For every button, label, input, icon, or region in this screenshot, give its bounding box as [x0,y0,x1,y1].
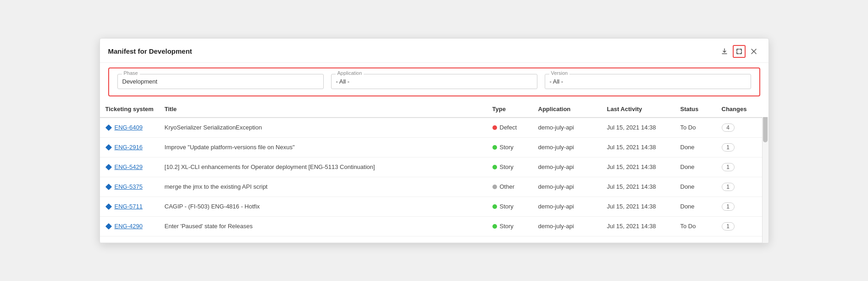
cell-status: Done [675,157,716,177]
cell-title: KryoSerializer SerializationException [159,118,487,138]
cell-status: Done [675,137,716,157]
type-label: Defect [500,124,517,131]
type-dot [492,145,497,150]
cell-changes: 1 [716,157,757,177]
phase-input[interactable] [117,74,324,89]
cell-application: demo-july-api [533,216,602,236]
cell-status: Done [675,177,716,197]
cell-changes: 1 [716,137,757,157]
scroll-thumb [763,115,768,142]
type-dot [492,204,497,209]
table-header: Ticketing system Title Type Application … [100,101,768,118]
cell-application: demo-july-api [533,197,602,216]
expand-icon [736,48,742,55]
cell-ticketing: ENG-4290 [100,216,159,236]
cell-title: merge the jmx to the existing API script [159,177,487,197]
scrollbar[interactable] [762,101,768,243]
cell-last-activity: Jul 15, 2021 14:38 [602,137,675,157]
cell-application: demo-july-api [533,118,602,138]
application-filter: Application [331,74,537,89]
changes-badge: 4 [722,124,735,132]
cell-status: To Do [675,118,716,138]
svg-rect-0 [105,124,112,131]
type-dot [492,165,497,169]
ticket-icon [105,144,112,151]
type-label: Story [500,144,514,151]
close-icon [751,48,757,55]
ticket-link[interactable]: ENG-5375 [105,183,154,190]
header-actions [718,45,760,58]
manifest-table: Ticketing system Title Type Application … [100,101,768,243]
ticket-link[interactable]: ENG-4290 [105,223,154,230]
phase-label: Phase [122,70,140,76]
version-label: Version [549,70,570,76]
download-icon [721,48,728,55]
cell-type: Other [487,177,533,197]
cell-status: Done [675,197,716,216]
table-row: ENG-4290 Enter 'Paused' state for Releas… [100,216,768,236]
cell-title: [10.2] XL-CLI enhancements for Operator … [159,157,487,177]
application-input[interactable] [331,74,537,89]
svg-rect-2 [105,164,112,170]
cell-last-activity: Jul 15, 2021 14:38 [602,197,675,216]
cell-application: demo-july-api [533,157,602,177]
ticket-icon [105,164,112,170]
manifest-modal: Manifest for Development Phase [100,38,769,243]
cell-status: To Do [675,216,716,236]
cell-changes: 1 [716,197,757,216]
type-label: Story [500,223,514,230]
type-dot [492,224,497,229]
ticket-link[interactable]: ENG-5429 [105,163,154,170]
table-row: ENG-6409 KryoSerializer SerializationExc… [100,118,768,138]
cell-title: CAGIP - (FI-503) ENG-4816 - Hotfix [159,197,487,216]
svg-rect-1 [105,144,112,151]
expand-button[interactable] [733,45,746,58]
ticket-link[interactable]: ENG-5711 [105,203,154,210]
table-container: Ticketing system Title Type Application … [100,101,768,243]
cell-type: Story [487,197,533,216]
scrollbar-col [757,101,768,118]
table-row: ENG-5429 [10.2] XL-CLI enhancements for … [100,157,768,177]
ticket-link[interactable]: ENG-2916 [105,144,154,151]
col-title: Title [159,101,487,118]
version-input[interactable] [545,74,751,89]
partial-row-cell [100,236,768,242]
cell-changes: 4 [716,118,757,138]
download-button[interactable] [718,45,731,58]
table-row: ENG-5711 CAGIP - (FI-503) ENG-4816 - Hot… [100,197,768,216]
filters-section: Phase Application Version [108,67,760,96]
svg-rect-5 [105,223,112,230]
cell-application: demo-july-api [533,177,602,197]
col-ticketing: Ticketing system [100,101,159,118]
changes-badge: 1 [722,183,735,191]
modal-header: Manifest for Development [100,39,768,63]
col-application: Application [533,101,602,118]
table-body: ENG-6409 KryoSerializer SerializationExc… [100,118,768,243]
ticket-link[interactable]: ENG-6409 [105,124,154,131]
type-dot [492,125,497,130]
modal-title: Manifest for Development [108,47,192,55]
table-row: ENG-5375 merge the jmx to the existing A… [100,177,768,197]
cell-type: Story [487,157,533,177]
ticket-icon [105,184,112,190]
col-changes: Changes [716,101,757,118]
cell-changes: 1 [716,216,757,236]
col-status: Status [675,101,716,118]
ticket-icon [105,124,112,131]
cell-ticketing: ENG-5711 [100,197,159,216]
type-label: Story [500,203,514,210]
phase-filter: Phase [117,74,324,89]
type-dot [492,185,497,189]
cell-ticketing: ENG-6409 [100,118,159,138]
close-button[interactable] [747,45,760,58]
changes-badge: 1 [722,163,735,171]
cell-title: Enter 'Paused' state for Releases [159,216,487,236]
changes-badge: 1 [722,143,735,152]
cell-application: demo-july-api [533,137,602,157]
cell-changes: 1 [716,177,757,197]
cell-ticketing: ENG-5375 [100,177,159,197]
application-label: Application [336,70,364,76]
svg-rect-3 [105,184,112,190]
col-type: Type [487,101,533,118]
col-last-activity: Last Activity [602,101,675,118]
